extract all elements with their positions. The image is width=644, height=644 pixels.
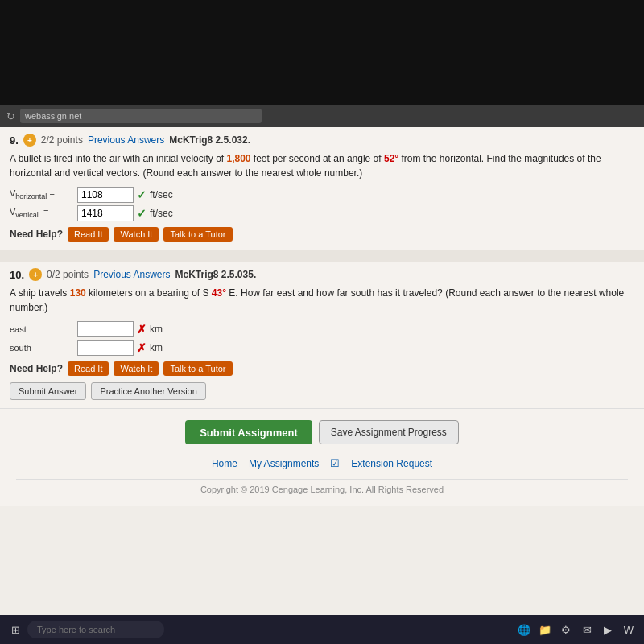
- q10-east-cross: ✗: [137, 323, 147, 336]
- q9-v-horizontal-label: Vhorizontal =: [10, 188, 74, 200]
- q10-east-input[interactable]: [77, 321, 134, 337]
- q10-south-cross: ✗: [137, 341, 147, 354]
- question-9-prev-answers[interactable]: Previous Answers: [88, 134, 164, 146]
- q10-dist-highlight: 130: [70, 287, 86, 299]
- question-9-mck-ref: McKTrig8 2.5.032.: [169, 134, 250, 146]
- taskbar-folder-icon[interactable]: 📁: [536, 621, 554, 638]
- question-10-badge: +: [29, 268, 42, 281]
- browser-bar: ↻ webassign.net: [0, 105, 644, 127]
- q9-read-it-btn[interactable]: Read It: [68, 227, 109, 242]
- q9-v-vertical-label: Vvertical =: [10, 207, 74, 219]
- question-10-prev-answers[interactable]: Previous Answers: [93, 269, 170, 280]
- taskbar-mail-icon[interactable]: ✉: [578, 621, 596, 638]
- question-9-number: 9.: [10, 134, 19, 147]
- copyright-text: Copyright © 2019 Cengage Learning, Inc. …: [16, 479, 628, 494]
- extension-request-link[interactable]: Extension Request: [351, 458, 432, 469]
- q10-need-help-label: Need Help?: [10, 363, 63, 374]
- question-spacer: [0, 250, 644, 262]
- question-9-points: 2/2 points: [41, 134, 83, 146]
- q10-south-label: south: [10, 343, 74, 353]
- q10-watch-it-btn[interactable]: Watch It: [114, 361, 159, 376]
- q9-vertical-unit: ft/sec: [150, 208, 173, 219]
- q9-talk-tutor-btn[interactable]: Talk to a Tutor: [163, 227, 232, 242]
- taskbar-settings-icon[interactable]: ⚙: [557, 621, 575, 638]
- question-9-badge: +: [23, 134, 36, 147]
- q9-horizontal-check: ✓: [137, 188, 147, 201]
- assignment-buttons: Submit Assignment Save Assignment Progre…: [16, 420, 628, 444]
- q9-horizontal-unit: ft/sec: [150, 189, 173, 200]
- question-10-points: 0/2 points: [47, 269, 89, 280]
- question-9-header: 9. + 2/2 points Previous Answers McKTrig…: [10, 134, 634, 147]
- q10-need-help-row: Need Help? Read It Watch It Talk to a Tu…: [10, 361, 634, 376]
- question-9-text: A bullet is fired into the air with an i…: [10, 151, 634, 180]
- question-10-number: 10.: [10, 269, 24, 281]
- q10-practice-btn[interactable]: Practice Another Version: [91, 382, 205, 400]
- q9-watch-it-btn[interactable]: Watch It: [114, 227, 159, 242]
- q10-east-label: east: [10, 324, 74, 334]
- taskbar-search-input[interactable]: [27, 621, 164, 638]
- main-content: 9. + 2/2 points Previous Answers McKTrig…: [0, 127, 644, 615]
- q10-east-row: east ✗ km: [10, 321, 634, 337]
- my-assignments-link[interactable]: My Assignments: [249, 458, 319, 469]
- q9-need-help-label: Need Help?: [10, 229, 63, 240]
- q10-south-input[interactable]: [77, 340, 134, 356]
- q10-talk-tutor-btn[interactable]: Talk to a Tutor: [163, 361, 232, 376]
- q10-south-row: south ✗ km: [10, 340, 634, 356]
- taskbar-browser-icon[interactable]: 🌐: [515, 621, 533, 638]
- q10-east-unit: km: [150, 324, 163, 335]
- taskbar-word-icon[interactable]: W: [620, 621, 638, 638]
- q9-angle-highlight: 52°: [384, 153, 398, 164]
- q10-read-it-btn[interactable]: Read It: [68, 361, 109, 376]
- reload-icon[interactable]: ↻: [6, 110, 15, 122]
- top-black-area: [0, 0, 644, 105]
- question-10-block: 10. + 0/2 points Previous Answers McKTri…: [0, 262, 644, 409]
- q10-bearing-highlight: 43°: [212, 287, 226, 299]
- q10-action-buttons: Submit Answer Practice Another Version: [10, 382, 634, 400]
- q9-need-help-row: Need Help? Read It Watch It Talk to a Tu…: [10, 227, 634, 242]
- q10-submit-answer-btn[interactable]: Submit Answer: [10, 382, 86, 400]
- question-10-header: 10. + 0/2 points Previous Answers McKTri…: [10, 268, 634, 281]
- bottom-section: Submit Assignment Save Assignment Progre…: [0, 409, 644, 506]
- submit-assignment-btn[interactable]: Submit Assignment: [185, 420, 312, 444]
- taskbar-media-icon[interactable]: ▶: [599, 621, 617, 638]
- q9-vertical-row: Vvertical = ✓ ft/sec: [10, 205, 634, 221]
- question-10-text: A ship travels 130 kilometers on a beari…: [10, 286, 634, 315]
- question-9-block: 9. + 2/2 points Previous Answers McKTrig…: [0, 127, 644, 250]
- screen: ↻ webassign.net 9. + 2/2 points Previous…: [0, 0, 644, 644]
- q9-vertical-check: ✓: [137, 207, 147, 220]
- windows-icon[interactable]: ⊞: [6, 621, 24, 638]
- footer-links: Home My Assignments ☑ Extension Request: [16, 457, 628, 469]
- home-link[interactable]: Home: [212, 458, 237, 469]
- url-text: webassign.net: [25, 111, 81, 121]
- q10-south-unit: km: [150, 342, 163, 353]
- question-10-mck-ref: McKTrig8 2.5.035.: [175, 269, 257, 280]
- q9-horizontal-row: Vhorizontal = ✓ ft/sec: [10, 187, 634, 203]
- save-progress-btn[interactable]: Save Assignment Progress: [319, 420, 459, 444]
- q9-horizontal-input[interactable]: [77, 187, 134, 203]
- url-bar[interactable]: webassign.net: [20, 109, 262, 123]
- q9-vertical-input[interactable]: [77, 205, 134, 221]
- taskbar: ⊞ 🌐 📁 ⚙ ✉ ▶ W: [0, 615, 644, 644]
- q9-velocity-highlight: 1,800: [226, 153, 250, 164]
- extension-icon: ☑: [330, 457, 340, 469]
